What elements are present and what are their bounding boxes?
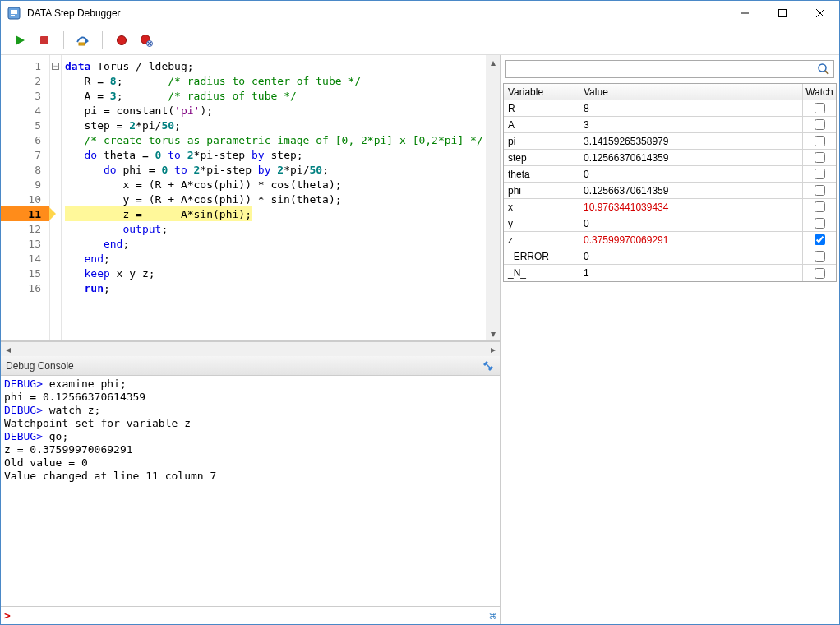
- step-over-button[interactable]: [72, 30, 94, 51]
- fold-toggle[interactable]: −: [52, 62, 59, 70]
- variable-row[interactable]: R8: [504, 100, 836, 117]
- variable-row[interactable]: A3: [504, 117, 836, 133]
- line-number[interactable]: 15: [1, 266, 49, 280]
- code-line[interactable]: /* create torus as parametric image of […: [65, 132, 486, 147]
- svg-marker-8: [16, 35, 25, 45]
- variable-row[interactable]: pi3.14159265358979: [504, 133, 836, 150]
- variable-name-cell: step: [504, 150, 579, 166]
- variable-row[interactable]: phi0.12566370614359: [504, 183, 836, 199]
- search-icon[interactable]: [817, 62, 830, 76]
- code-line[interactable]: pi = constant('pi');: [65, 103, 486, 118]
- console-line: DEBUG> examine phi;: [4, 377, 496, 391]
- variable-row[interactable]: y0: [504, 215, 836, 232]
- code-line[interactable]: x = (R + A*cos(phi)) * cos(theta);: [65, 177, 486, 192]
- toggle-breakpoint-button[interactable]: [111, 30, 132, 51]
- watch-checkbox[interactable]: [815, 152, 825, 163]
- variable-value-cell: 0: [579, 166, 803, 183]
- code-body[interactable]: data Torus / ldebug; R = 8; /* radius to…: [62, 55, 486, 340]
- variables-header-row[interactable]: VariableValueWatch: [504, 84, 836, 100]
- variable-row[interactable]: theta0: [504, 166, 836, 183]
- run-button[interactable]: [9, 30, 30, 51]
- fold-column[interactable]: −: [50, 55, 62, 340]
- variable-row[interactable]: x10.9763441039434: [504, 199, 836, 215]
- stop-button[interactable]: [34, 30, 55, 51]
- code-line[interactable]: keep x y z;: [65, 266, 486, 280]
- code-line[interactable]: R = 8; /* radius to center of tube */: [65, 73, 486, 88]
- line-number[interactable]: 12: [1, 221, 49, 236]
- variable-search-row: [501, 55, 839, 83]
- command-key-icon[interactable]: ⌘: [490, 609, 496, 623]
- watch-checkbox[interactable]: [815, 119, 825, 130]
- scroll-up-arrow-icon[interactable]: ▴: [486, 55, 500, 69]
- variables-table[interactable]: VariableValueWatchR8A3pi3.14159265358979…: [503, 83, 837, 282]
- line-number[interactable]: 11: [1, 206, 49, 221]
- line-number[interactable]: 16: [1, 280, 49, 295]
- close-icon: [816, 9, 824, 17]
- code-line[interactable]: end;: [65, 236, 486, 251]
- watch-checkbox[interactable]: [815, 185, 825, 196]
- horizontal-scrollbar[interactable]: ◂ ▸: [1, 341, 500, 356]
- line-number[interactable]: 2: [1, 73, 49, 88]
- console-input[interactable]: [12, 609, 490, 623]
- code-line[interactable]: z = A*sin(phi);: [65, 206, 252, 221]
- console-line: phi = 0.12566370614359: [4, 391, 496, 404]
- scroll-left-arrow-icon[interactable]: ◂: [1, 342, 15, 356]
- variable-watch-cell: [803, 117, 836, 133]
- variable-row[interactable]: _ERROR_0: [504, 248, 836, 265]
- maximize-button[interactable]: [764, 1, 801, 25]
- line-number[interactable]: 3: [1, 88, 49, 103]
- code-line[interactable]: run;: [65, 280, 486, 295]
- line-number[interactable]: 1: [1, 58, 49, 73]
- gutter[interactable]: 12345678910111213141516: [1, 55, 50, 340]
- code-line[interactable]: data Torus / ldebug;: [65, 58, 486, 73]
- minimize-button[interactable]: [726, 1, 764, 25]
- line-number[interactable]: 9: [1, 177, 49, 192]
- scroll-track[interactable]: [15, 342, 486, 356]
- watch-checkbox[interactable]: [815, 268, 825, 279]
- column-header-variable[interactable]: Variable: [504, 84, 579, 100]
- line-number[interactable]: 5: [1, 118, 49, 132]
- play-icon: [14, 35, 25, 46]
- code-line[interactable]: do theta = 0 to 2*pi-step by step;: [65, 147, 486, 162]
- watch-checkbox[interactable]: [815, 251, 825, 262]
- tools-icon[interactable]: [482, 359, 495, 373]
- code-line[interactable]: y = (R + A*cos(phi)) * sin(theta);: [65, 192, 486, 206]
- scroll-right-arrow-icon[interactable]: ▸: [486, 342, 500, 356]
- code-line[interactable]: end;: [65, 251, 486, 266]
- scroll-track[interactable]: [486, 69, 500, 326]
- code-line[interactable]: A = 3; /* radius of tube */: [65, 88, 486, 103]
- scroll-down-arrow-icon[interactable]: ▾: [486, 326, 500, 340]
- watch-checkbox[interactable]: [815, 201, 825, 212]
- variable-search-input[interactable]: [510, 62, 817, 76]
- watch-checkbox[interactable]: [815, 169, 825, 179]
- svg-rect-9: [40, 36, 48, 44]
- code-line[interactable]: do phi = 0 to 2*pi-step by 2*pi/50;: [65, 162, 486, 177]
- watch-checkbox[interactable]: [815, 218, 825, 229]
- clear-breakpoints-button[interactable]: [136, 30, 157, 51]
- line-number[interactable]: 6: [1, 132, 49, 147]
- vertical-scrollbar[interactable]: ▴ ▾: [486, 55, 500, 340]
- code-line[interactable]: step = 2*pi/50;: [65, 118, 486, 132]
- variable-row[interactable]: z0.37599970069291: [504, 232, 836, 248]
- line-number[interactable]: 14: [1, 251, 49, 266]
- watch-checkbox[interactable]: [815, 234, 825, 245]
- line-number[interactable]: 7: [1, 147, 49, 162]
- variable-name-cell: z: [504, 232, 579, 248]
- line-number[interactable]: 4: [1, 103, 49, 118]
- column-header-value[interactable]: Value: [579, 84, 803, 100]
- watch-checkbox[interactable]: [815, 103, 825, 113]
- console-line: DEBUG> go;: [4, 430, 496, 443]
- watch-checkbox[interactable]: [815, 136, 825, 146]
- variable-watch-cell: [803, 265, 836, 281]
- variable-search-box[interactable]: [505, 60, 834, 78]
- line-number[interactable]: 13: [1, 236, 49, 251]
- console-output[interactable]: DEBUG> examine phi;phi = 0.1256637061435…: [1, 376, 500, 606]
- line-number[interactable]: 10: [1, 192, 49, 206]
- column-header-watch[interactable]: Watch: [803, 84, 836, 100]
- code-editor[interactable]: 12345678910111213141516 − data Torus / l…: [1, 55, 500, 341]
- line-number[interactable]: 8: [1, 162, 49, 177]
- close-button[interactable]: [801, 1, 839, 25]
- variable-row[interactable]: _N_1: [504, 265, 836, 281]
- variable-row[interactable]: step0.12566370614359: [504, 150, 836, 166]
- code-line[interactable]: output;: [65, 221, 486, 236]
